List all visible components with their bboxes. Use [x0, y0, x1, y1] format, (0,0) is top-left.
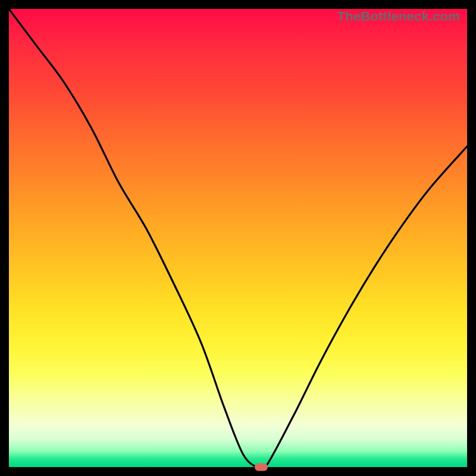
- bottleneck-plot: TheBottleneck.com: [9, 9, 467, 467]
- bottleneck-curve: [9, 9, 467, 467]
- optimum-marker: [255, 464, 268, 471]
